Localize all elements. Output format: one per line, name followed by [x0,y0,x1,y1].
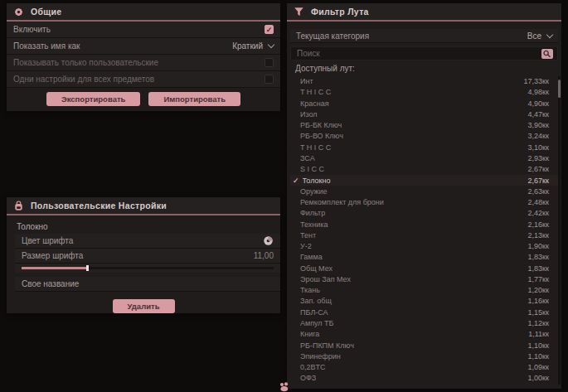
slider-track[interactable] [22,267,274,269]
loot-item[interactable]: РБ-ВО Ключ3,24кк [290,131,558,142]
loot-item[interactable]: Оружие2,63кк [290,186,558,197]
loot-item-price: 4,47кк [528,110,549,119]
export-import-row: Экспортировать Импортировать [7,88,280,110]
loot-item[interactable]: Техника2,16кк [290,219,558,230]
loot-item-price: 1,83кк [528,253,549,261]
loot-item-name: Техника [300,220,528,229]
font-color-label: Цвет шрифта [22,236,73,245]
loot-item[interactable]: T H I C C3,10кк [290,143,558,153]
panel-filter-header: Фильтр Лута [287,3,561,20]
loot-item[interactable]: Эрош Зап Мех1,77кк [290,274,558,285]
setting-label: Одни настройки для всех предметов [13,75,154,84]
loot-item[interactable]: Ампул ТБ1,12кк [290,318,558,329]
loot-item-name: Тент [300,231,528,240]
backpack-icon [13,201,24,211]
slider-handle[interactable] [86,265,89,271]
category-label: Текущая категория [296,31,369,41]
scrollbar[interactable] [558,76,561,385]
loot-item-name: ЗСА [300,154,528,162]
font-size-slider[interactable] [15,264,280,273]
loot-item[interactable]: T H I C C4,98кк [290,87,558,98]
loot-item[interactable]: Книга1,11кк [290,329,558,340]
loot-item[interactable]: ОФЗ1,00кк [290,373,558,384]
loot-item[interactable]: Тент2,13кк [290,230,558,241]
custom-name-row: Свое название [15,277,280,292]
scrollbar-thumb[interactable] [558,80,561,98]
funnel-icon [294,7,304,17]
export-button[interactable]: Экспортировать [46,92,140,106]
loot-item-name: Инт [300,77,524,85]
loot-item[interactable]: ЗСА2,93кк [290,153,558,164]
custom-name-input[interactable] [85,278,274,289]
setting-row: Включить✓ [7,22,280,38]
loot-item[interactable]: РБ-ПКПМ Ключ1,10кк [290,340,558,351]
gear-icon [13,7,24,17]
panel-custom-settings: Пользовательские Настройки Толокно Цвет … [7,197,280,313]
loot-item[interactable]: Ткань1,20кк [290,285,558,296]
slider-fill [22,267,87,269]
loot-item-price: 1,90кк [528,242,549,250]
search-row [290,46,558,60]
loot-item[interactable]: Фильтр2,42кк [290,208,558,219]
loot-item-price: 1,12кк [528,319,549,327]
name-format-dropdown[interactable]: Краткий [232,41,274,51]
loot-item[interactable]: У-21,90кк [290,241,558,252]
loot-item[interactable]: Общ Мех1,83кк [290,264,558,274]
panel-title: Общие [31,7,61,17]
loot-item[interactable]: Эпинефрин1,10кк [290,351,558,362]
panel-general: Общие Включить✓Показать имя какКраткийПо… [7,3,280,111]
search-icon[interactable] [541,49,553,59]
delete-button[interactable]: Удалить [113,299,175,313]
loot-item[interactable]: ПБЛ-СА1,15кк [290,307,558,318]
loot-item-name: Ампул ТБ [300,319,528,327]
font-size-row: Размер шрифта 11,00 [15,249,280,264]
loot-item-price: 2,13кк [528,231,549,240]
mod-logo-icon[interactable] [277,380,292,392]
checkbox-unchecked[interactable] [265,75,274,84]
loot-item[interactable]: Красная4,90кк [290,99,558,109]
loot-item[interactable]: Гамма1,83кк [290,252,558,263]
general-settings-rows: Включить✓Показать имя какКраткийПоказыва… [7,22,280,88]
loot-item[interactable]: РБ-БК Ключ3,90кк [290,120,558,131]
color-picker-icon[interactable] [263,235,274,246]
loot-item-name: ОФЗ [300,374,528,382]
chevron-down-icon [268,41,274,48]
loot-item-name: РБ-ВО Ключ [300,132,528,140]
loot-item-selected[interactable]: ✓Толокно2,67кк [290,175,558,186]
category-dropdown[interactable]: Все [527,31,552,41]
loot-item-name: Толокно [303,177,528,185]
loot-item-name: 0,2BTC [300,363,528,371]
loot-item-price: 2,63кк [528,187,549,196]
loot-item-price: 2,67кк [528,165,549,173]
loot-item[interactable]: Изол4,47кк [290,109,558,120]
loot-item[interactable]: S I C C2,67кк [290,164,558,175]
checkbox-checked[interactable]: ✓ [265,25,274,34]
loot-item-price: 2,16кк [528,220,549,229]
custom-name-label: Свое название [22,279,79,288]
loot-item-name: S I C C [300,165,528,173]
available-loot-label: Доступный лут: [295,64,355,73]
loot-item-price: 3,10кк [528,143,549,152]
checkbox-unchecked[interactable] [265,58,274,67]
setting-label: Показать имя как [13,41,80,51]
loot-item[interactable]: 0,2BTC1,09кк [290,362,558,373]
loot-item-name: Фильтр [300,209,528,217]
panel-custom-header: Пользовательские Настройки [7,197,280,214]
setting-row: Показывать только пользовательские [7,55,280,71]
import-button[interactable]: Импортировать [148,92,240,106]
loot-item-price: 1,16кк [528,297,549,305]
chevron-down-icon [546,31,553,37]
loot-item-name: Ремкомплект для брони [300,198,528,206]
loot-item[interactable]: Инт17,33кк [290,76,558,87]
loot-item-price: 1,20кк [528,286,549,294]
loot-item[interactable]: Ремкомплект для брони2,48кк [290,197,558,208]
loot-item-price: 17,33кк [524,77,549,85]
panel-loot-filter: Фильтр Лута Текущая категория Все Доступ… [287,3,561,389]
search-input[interactable] [295,48,541,59]
loot-item[interactable]: Зап. общ1,16кк [290,296,558,307]
loot-item-name: ПБЛ-СА [300,308,528,317]
header-divider [287,20,561,22]
loot-item-name: У-2 [300,242,528,250]
mod-settings-window: Общие Включить✓Показать имя какКраткийПо… [0,0,568,392]
loot-item-name: Эрош Зап Мех [300,275,528,283]
